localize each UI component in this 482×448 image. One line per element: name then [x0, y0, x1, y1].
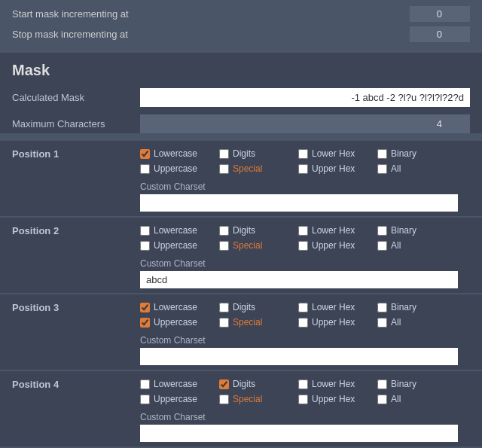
- max-chars-row: Maximum Characters: [12, 114, 470, 133]
- position-4-checkbox-row2: UppercaseSpecialUpper HexAll: [140, 394, 470, 406]
- position-4-all-checkbox[interactable]: [377, 395, 387, 404]
- position-4-lowercase-checkbox[interactable]: [140, 379, 150, 389]
- position-1-custom-charset-input[interactable]: [140, 194, 458, 212]
- position-1-binary-checkbox-wrap[interactable]: Binary: [377, 148, 456, 159]
- position-3-uppercase-checkbox[interactable]: [140, 318, 150, 328]
- position-1-upperHex-checkbox[interactable]: [298, 164, 308, 174]
- position-4-special-checkbox[interactable]: [219, 395, 229, 404]
- position-3-digits-checkbox[interactable]: [219, 303, 229, 312]
- position-4-special-checkbox-wrap[interactable]: Special: [219, 394, 298, 404]
- position-4-lowerHex-checkbox-wrap[interactable]: Lower Hex: [298, 379, 377, 389]
- position-3-lowercase-checkbox[interactable]: [140, 303, 150, 312]
- position-2-uppercase-checkbox-wrap[interactable]: Uppercase: [140, 240, 219, 251]
- position-3-uppercase-checkbox-wrap[interactable]: Uppercase: [140, 317, 219, 328]
- position-3-all-checkbox-wrap[interactable]: All: [377, 317, 456, 328]
- position-2-binary-checkbox-wrap[interactable]: Binary: [377, 225, 456, 236]
- stop-mask-row: Stop mask incrementing at: [12, 26, 470, 42]
- position-4-binary-checkbox-wrap[interactable]: Binary: [377, 379, 456, 389]
- position-2-custom-charset-input[interactable]: [140, 271, 458, 288]
- position-4-custom-charset-input[interactable]: [140, 425, 458, 442]
- position-2-special-checkbox-wrap[interactable]: Special: [219, 240, 298, 251]
- position-1-custom-charset-label: Custom Charset: [140, 181, 470, 192]
- position-1-binary-checkbox[interactable]: [377, 149, 387, 159]
- position-2-all-checkbox-wrap[interactable]: All: [377, 240, 456, 251]
- position-4-lowercase-checkbox-wrap[interactable]: Lowercase: [140, 379, 219, 389]
- position-1-upperHex-label: Upper Hex: [312, 163, 355, 174]
- calculated-mask-input[interactable]: [140, 88, 470, 107]
- position-1-digits-label: Digits: [233, 148, 255, 159]
- position-2-lowercase-checkbox[interactable]: [140, 226, 150, 236]
- position-2-special-checkbox[interactable]: [219, 241, 229, 251]
- position-1-upperHex-checkbox-wrap[interactable]: Upper Hex: [298, 163, 377, 174]
- position-3-upperHex-checkbox-wrap[interactable]: Upper Hex: [298, 317, 377, 328]
- position-2-all-label: All: [391, 240, 401, 251]
- position-1-row: Position 1LowercaseDigitsLower HexBinary…: [12, 148, 470, 178]
- position-4-all-checkbox-wrap[interactable]: All: [377, 394, 456, 404]
- stop-mask-input[interactable]: [410, 26, 470, 42]
- position-4-digits-label: Digits: [233, 379, 255, 389]
- position-3-lowerHex-checkbox[interactable]: [298, 303, 308, 312]
- position-2-lowercase-checkbox-wrap[interactable]: Lowercase: [140, 225, 219, 236]
- position-1-lowerHex-checkbox-wrap[interactable]: Lower Hex: [298, 148, 377, 159]
- position-2-upperHex-checkbox[interactable]: [298, 241, 308, 251]
- position-4-lowerHex-checkbox[interactable]: [298, 379, 308, 389]
- position-3-binary-checkbox[interactable]: [377, 303, 387, 312]
- position-3-binary-checkbox-wrap[interactable]: Binary: [377, 302, 456, 312]
- position-1-digits-checkbox[interactable]: [219, 149, 229, 159]
- position-1-lowercase-checkbox-wrap[interactable]: Lowercase: [140, 148, 219, 159]
- position-1-all-checkbox[interactable]: [377, 164, 387, 174]
- position-3-label: Position 3: [12, 302, 140, 313]
- stop-mask-input-wrap: [410, 26, 470, 42]
- position-3-row: Position 3LowercaseDigitsLower HexBinary…: [12, 302, 470, 332]
- position-2-digits-label: Digits: [233, 225, 255, 236]
- position-1-special-checkbox[interactable]: [219, 164, 229, 174]
- position-1-lowerHex-checkbox[interactable]: [298, 149, 308, 159]
- position-3-upperHex-checkbox[interactable]: [298, 318, 308, 328]
- position-3-lowerHex-checkbox-wrap[interactable]: Lower Hex: [298, 302, 377, 312]
- position-4-checkboxes: LowercaseDigitsLower HexBinaryUppercaseS…: [140, 379, 470, 409]
- position-4-uppercase-checkbox-wrap[interactable]: Uppercase: [140, 394, 219, 404]
- position-1-checkbox-row1: LowercaseDigitsLower HexBinary: [140, 148, 470, 160]
- position-4-binary-checkbox[interactable]: [377, 379, 387, 389]
- position-4-binary-label: Binary: [391, 379, 416, 389]
- position-3-custom-charset-input[interactable]: [140, 348, 458, 365]
- position-1-checkboxes: LowercaseDigitsLower HexBinaryUppercaseS…: [140, 148, 470, 178]
- max-chars-input[interactable]: [140, 114, 470, 133]
- position-4-upperHex-checkbox-wrap[interactable]: Upper Hex: [298, 394, 377, 404]
- position-3-lowercase-checkbox-wrap[interactable]: Lowercase: [140, 302, 219, 312]
- position-1-binary-label: Binary: [391, 148, 416, 159]
- start-mask-input[interactable]: [410, 6, 470, 22]
- max-chars-label: Maximum Characters: [12, 118, 140, 130]
- position-1-special-checkbox-wrap[interactable]: Special: [219, 163, 298, 174]
- position-2-lowerHex-checkbox[interactable]: [298, 226, 308, 236]
- position-3-digits-checkbox-wrap[interactable]: Digits: [219, 302, 298, 312]
- position-3-special-checkbox-wrap[interactable]: Special: [219, 317, 298, 328]
- position-1-lowercase-checkbox[interactable]: [140, 149, 150, 159]
- position-4-digits-checkbox-wrap[interactable]: Digits: [219, 379, 298, 389]
- start-mask-row: Start mask incrementing at: [12, 6, 470, 22]
- position-3-binary-label: Binary: [391, 302, 416, 312]
- position-2-digits-checkbox-wrap[interactable]: Digits: [219, 225, 298, 236]
- position-3-all-checkbox[interactable]: [377, 318, 387, 328]
- position-1-label: Position 1: [12, 148, 140, 160]
- position-2-all-checkbox[interactable]: [377, 241, 387, 251]
- position-1-block: Position 1LowercaseDigitsLower HexBinary…: [0, 141, 482, 216]
- position-4-upperHex-checkbox[interactable]: [298, 395, 308, 404]
- position-1-all-checkbox-wrap[interactable]: All: [377, 163, 456, 174]
- position-3-digits-label: Digits: [233, 302, 255, 312]
- position-2-digits-checkbox[interactable]: [219, 226, 229, 236]
- position-2-lowerHex-checkbox-wrap[interactable]: Lower Hex: [298, 225, 377, 236]
- position-1-checkbox-row2: UppercaseSpecialUpper HexAll: [140, 163, 470, 175]
- position-1-uppercase-checkbox-wrap[interactable]: Uppercase: [140, 163, 219, 174]
- position-2-uppercase-checkbox[interactable]: [140, 241, 150, 251]
- position-1-digits-checkbox-wrap[interactable]: Digits: [219, 148, 298, 159]
- position-4-digits-checkbox[interactable]: [219, 379, 229, 389]
- position-3-special-checkbox[interactable]: [219, 318, 229, 328]
- position-4-all-label: All: [391, 394, 401, 404]
- position-2-upperHex-checkbox-wrap[interactable]: Upper Hex: [298, 240, 377, 251]
- position-3-uppercase-label: Uppercase: [154, 317, 197, 328]
- position-4-uppercase-checkbox[interactable]: [140, 395, 150, 404]
- position-2-binary-checkbox[interactable]: [377, 226, 387, 236]
- position-1-uppercase-checkbox[interactable]: [140, 164, 150, 174]
- top-controls: Start mask incrementing at Stop mask inc…: [0, 0, 482, 53]
